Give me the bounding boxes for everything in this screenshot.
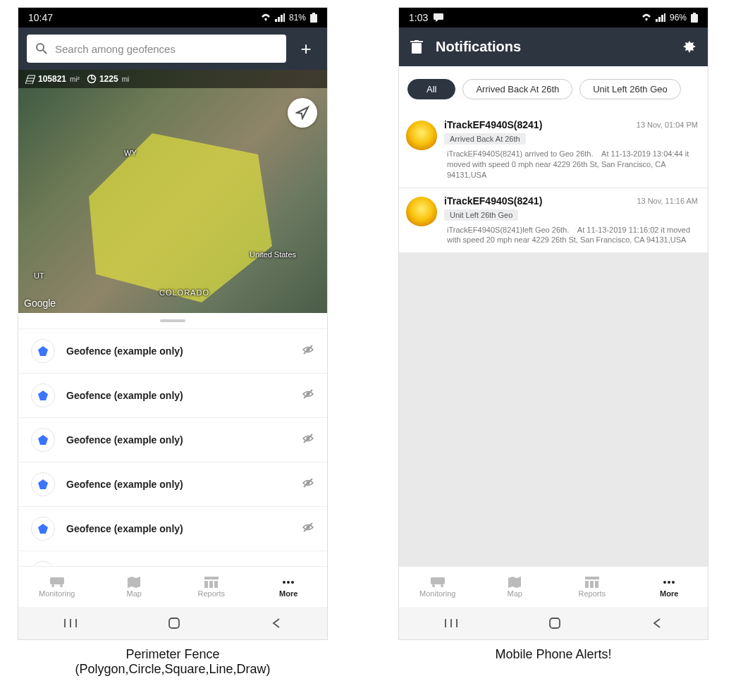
locate-me-button[interactable]: [288, 98, 317, 128]
bus-icon: [430, 577, 446, 588]
geofence-row[interactable]: Geofence (example only): [18, 417, 327, 462]
vehicle-avatar: [406, 121, 437, 152]
wifi-icon: [641, 13, 651, 22]
trash-icon[interactable]: [410, 40, 423, 54]
svg-rect-44: [693, 13, 696, 14]
geofence-row[interactable]: Geofence (example only): [18, 462, 327, 506]
nav-monitoring[interactable]: Monitoring: [18, 567, 96, 607]
geofence-row[interactable]: Geofence (example only): [18, 373, 327, 417]
svg-rect-1: [312, 13, 315, 14]
visibility-toggle[interactable]: [302, 343, 314, 359]
nav-label: Reports: [578, 589, 606, 598]
nav-label: Monitoring: [39, 589, 75, 598]
home-button[interactable]: [168, 617, 180, 630]
geofence-row[interactable]: Geofence (example only): [18, 328, 327, 373]
status-left: 1:03: [409, 12, 443, 23]
battery-percent: 81%: [289, 13, 306, 23]
nav-more[interactable]: More: [631, 567, 708, 607]
nav-label: Map: [127, 589, 142, 598]
geofence-name: Geofence (example only): [66, 345, 290, 357]
back-button[interactable]: [651, 618, 663, 629]
svg-rect-47: [415, 40, 419, 41]
caption-text: Perimeter Fence: [18, 647, 328, 662]
unit-name: iTrackEF4940S(8241): [444, 195, 542, 207]
add-geofence-button[interactable]: +: [293, 35, 319, 63]
more-icon: [662, 577, 676, 588]
svg-rect-49: [431, 577, 445, 584]
nav-map[interactable]: Map: [477, 567, 554, 607]
area-unit: mi²: [70, 75, 80, 83]
svg-point-29: [51, 584, 54, 587]
svg-rect-0: [310, 14, 317, 23]
map-label-ut: UT: [34, 271, 44, 280]
search-placeholder: Search among geofences: [55, 43, 176, 55]
notifications-header: Notifications: [399, 27, 708, 66]
filter-chip-left[interactable]: Unit Left 26th Geo: [579, 79, 681, 99]
svg-marker-19: [38, 479, 48, 489]
signal-icon: [656, 13, 665, 22]
svg-rect-54: [590, 581, 594, 588]
event-tag: Arrived Back At 26th: [444, 133, 526, 145]
vehicle-avatar: [406, 197, 437, 228]
svg-point-37: [291, 581, 294, 584]
signal-icon: [275, 13, 285, 22]
sheet-drag-handle[interactable]: [18, 313, 327, 328]
geofence-name: Geofence (example only): [66, 479, 290, 490]
nav-label: Reports: [197, 589, 225, 598]
svg-rect-33: [209, 581, 213, 588]
svg-rect-53: [585, 581, 589, 588]
filter-chip-all[interactable]: All: [407, 79, 455, 99]
page-title: Notifications: [436, 39, 670, 55]
geofence-row[interactable]: Geofence (example only): [18, 506, 327, 551]
search-input[interactable]: Search among geofences: [27, 35, 286, 63]
svg-point-35: [283, 581, 285, 584]
visibility-toggle[interactable]: [302, 432, 314, 448]
phone-geofence: 10:47 81% Search among geofences + 10582…: [18, 7, 328, 640]
notif-timestamp: 13 Nov, 11:16 AM: [637, 195, 698, 205]
reports-icon: [585, 577, 599, 588]
geofence-polygon[interactable]: [61, 112, 293, 309]
gear-icon[interactable]: [682, 40, 696, 54]
svg-point-2: [37, 44, 44, 51]
nav-reports[interactable]: Reports: [553, 567, 631, 607]
visibility-toggle[interactable]: [302, 521, 314, 536]
geofence-list[interactable]: Geofence (example only) Geofence (exampl…: [18, 328, 327, 566]
filter-chip-arrived[interactable]: Arrived Back At 26th: [462, 79, 572, 99]
geofence-shape-icon: [31, 517, 55, 541]
bottom-nav: Monitoring Map Reports More: [399, 566, 708, 607]
reports-icon: [204, 577, 219, 588]
visibility-toggle[interactable]: [302, 388, 314, 403]
unit-name: iTrackEF4940S(8241): [444, 119, 542, 130]
back-button[interactable]: [271, 618, 282, 629]
battery-icon: [310, 13, 317, 23]
svg-point-36: [287, 581, 290, 584]
nav-reports[interactable]: Reports: [173, 567, 250, 607]
notif-timestamp: 13 Nov, 01:04 PM: [637, 119, 698, 129]
map-view[interactable]: 105821 mi² 1225 mi WY United States COLO…: [18, 70, 327, 313]
bus-icon: [49, 577, 65, 588]
recents-button[interactable]: [444, 618, 458, 629]
map-label-wy: WY: [124, 149, 137, 157]
geofence-shape-icon: [31, 561, 55, 566]
area-value: 105821: [38, 74, 66, 84]
nav-map[interactable]: Map: [96, 567, 173, 607]
geofence-row[interactable]: Geofence (example only): [18, 551, 327, 566]
nav-label: Map: [508, 589, 522, 598]
status-bar: 10:47 81%: [18, 8, 327, 27]
svg-rect-46: [410, 41, 423, 42]
svg-line-3: [43, 50, 47, 54]
svg-rect-52: [585, 577, 599, 579]
visibility-toggle[interactable]: [302, 477, 314, 492]
notification-list[interactable]: iTrackEF4940S(8241) 13 Nov, 01:04 PM Arr…: [399, 112, 708, 566]
nav-more[interactable]: More: [250, 567, 328, 607]
nav-monitoring[interactable]: Monitoring: [399, 567, 477, 607]
system-nav: [18, 607, 327, 639]
svg-rect-31: [204, 577, 219, 579]
home-button[interactable]: [548, 617, 561, 630]
notification-item[interactable]: iTrackEF4940S(8241) 13 Nov, 11:16 AM Uni…: [399, 188, 708, 253]
recents-button[interactable]: [63, 618, 78, 629]
geofence-name: Geofence (example only): [66, 434, 290, 446]
battery-icon: [691, 13, 698, 23]
notification-item[interactable]: iTrackEF4940S(8241) 13 Nov, 01:04 PM Arr…: [399, 112, 708, 188]
area-icon: [25, 74, 35, 84]
